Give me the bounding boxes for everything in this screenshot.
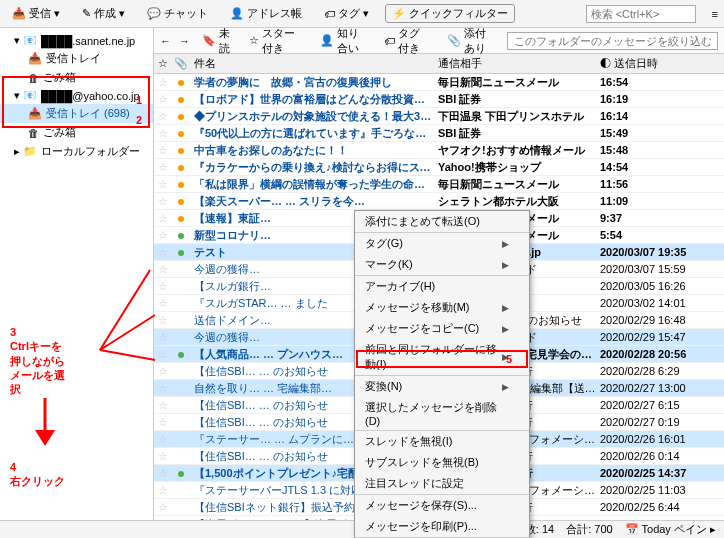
message-row[interactable]: ☆【ロボアド】世界の富裕層はどんな分散投資をしている？SBI 証券16:19 [154,91,724,108]
status-dot [172,161,190,173]
context-menu-item[interactable]: メッセージを印刷(P)... [355,516,529,537]
context-menu-item[interactable]: マーク(K)▶ [355,254,529,275]
star-icon[interactable]: ☆ [154,280,172,293]
context-menu-item[interactable]: アーカイブ(H) [355,275,529,297]
message-row[interactable]: ☆「私は限界」横綱の誤情報が奪った学生の命【3月9日昼】毎日新聞ニュースメール1… [154,176,724,193]
trash-2[interactable]: 🗑 ごみ箱 [0,123,153,142]
correspondent-cell: SBI 証券 [434,126,596,141]
star-icon[interactable]: ☆ [154,348,172,361]
star-icon[interactable]: ☆ [154,297,172,310]
subject-cell: ◆プリンスホテルの対象施設で使える！最大3,000円割引クー… [190,109,434,124]
date-cell: 2020/02/27 0:19 [596,416,724,428]
fwd-icon[interactable]: → [179,35,190,47]
correspondent-cell: 毎日新聞ニュースメール [434,75,596,90]
inbox-1[interactable]: 📥 受信トレイ [0,49,153,68]
create-button[interactable]: ✎ 作成 ▾ [76,4,131,23]
context-menu-item[interactable]: 選択したメッセージを削除(D) [355,397,529,430]
global-search-input[interactable] [586,5,696,23]
star-icon[interactable]: ☆ [154,331,172,344]
filter-contact[interactable]: 👤 知り合い [316,24,373,58]
correspondent-cell: 下田温泉 下田プリンスホテル [434,109,596,124]
address-button[interactable]: 👤 アドレス帳 [224,4,308,23]
star-icon[interactable]: ☆ [154,110,172,123]
context-menu-item[interactable]: メッセージを移動(M)▶ [355,297,529,318]
context-menu-item[interactable]: スレッドを無視(I) [355,430,529,452]
star-icon[interactable]: ☆ [154,365,172,378]
quickfilter-button[interactable]: ⚡ クイックフィルター [385,4,515,23]
back-icon[interactable]: ← [160,35,171,47]
context-menu-item[interactable]: 注目スレッドに設定 [355,473,529,494]
folder-tree: ▾ 📧 ████.sannet.ne.jp 📥 受信トレイ 🗑 ごみ箱 ▾ 📧 … [0,28,154,520]
date-cell: 15:48 [596,144,724,156]
star-icon[interactable]: ☆ [154,178,172,191]
context-menu-item[interactable]: メッセージを保存(S)... [355,494,529,516]
subject-cell: 【楽天スーパー… … スリラを今… [190,194,434,209]
menu-icon[interactable]: ≡ [712,8,718,20]
filter-unread[interactable]: 🔖 未読 [198,24,237,58]
date-cell: 15:49 [596,127,724,139]
star-icon[interactable]: ☆ [154,93,172,106]
chat-button[interactable]: 💬 チャット [141,4,214,23]
context-menu-item[interactable]: 変換(N)▶ [355,375,529,397]
star-icon[interactable]: ☆ [154,518,172,521]
context-menu-item[interactable]: タグ(G)▶ [355,232,529,254]
message-row[interactable]: ☆中古車をお探しのあなたに！！ヤフオク!おすすめ情報メール15:48 [154,142,724,159]
star-icon[interactable]: ☆ [154,399,172,412]
trash-1[interactable]: 🗑 ごみ箱 [0,68,153,87]
message-row[interactable]: ☆【楽天スーパー… … スリラを今…シェラトン都ホテル大阪11:09 [154,193,724,210]
star-icon[interactable]: ☆ [154,229,172,242]
star-icon[interactable]: ☆ [154,127,172,140]
correspondent-cell: Yahoo!携帯ショップ [434,160,596,175]
star-icon[interactable]: ☆ [154,314,172,327]
date-cell: 16:54 [596,76,724,88]
inbox-2[interactable]: 📥 受信トレイ (698) [0,104,153,123]
receive-button[interactable]: 📥 受信 ▾ [6,4,66,23]
date-cell: 2020/02/29 15:47 [596,331,724,343]
star-icon[interactable]: ☆ [154,450,172,463]
message-row[interactable]: ☆学者の夢胸に 故郷・宮古の復興後押し毎日新聞ニュースメール16:54 [154,74,724,91]
star-icon[interactable]: ☆ [154,382,172,395]
star-icon[interactable]: ☆ [154,144,172,157]
filter-attached[interactable]: 📎 添付あり [443,24,500,58]
date-cell: 2020/02/26 16:01 [596,433,724,445]
tag-button[interactable]: 🏷 タグ ▾ [318,4,375,23]
date-cell: 9:37 [596,212,724,224]
star-icon[interactable]: ☆ [154,76,172,89]
context-menu[interactable]: 添付にまとめて転送(O)タグ(G)▶マーク(K)▶アーカイブ(H)メッセージを移… [354,210,530,538]
column-headers: ☆ 📎 件名 通信相手 ◐ 送信日時 [154,54,724,74]
context-menu-item[interactable]: 添付にまとめて転送(O) [355,211,529,232]
star-icon[interactable]: ☆ [154,501,172,514]
filter-starred[interactable]: ☆ スター付き [245,24,307,58]
star-icon[interactable]: ☆ [154,433,172,446]
star-icon[interactable]: ☆ [154,416,172,429]
message-row[interactable]: ☆◆プリンスホテルの対象施設で使える！最大3,000円割引クー…下田温泉 下田プ… [154,108,724,125]
context-menu-item[interactable]: サブスレッドを無視(B) [355,452,529,473]
star-icon[interactable]: ☆ [154,467,172,480]
star-icon[interactable]: ☆ [154,263,172,276]
star-icon[interactable]: ☆ [154,246,172,259]
account-1[interactable]: ▾ 📧 ████.sannet.ne.jp [0,32,153,49]
date-cell: 2020/03/02 14:01 [596,297,724,309]
context-menu-item[interactable]: メッセージをコピー(C)▶ [355,318,529,339]
date-cell: 2020/02/25 11:03 [596,484,724,496]
subject-cell: 『カラケーからの乗り換え♪検討ならお得にスマホに乗り換え！… [190,160,434,175]
status-dot [172,229,190,241]
star-icon[interactable]: ☆ [154,212,172,225]
message-row[interactable]: ☆『カラケーからの乗り換え♪検討ならお得にスマホに乗り換え！…Yahoo!携帯シ… [154,159,724,176]
date-cell: 14:54 [596,161,724,173]
status-dot [172,178,190,190]
filter-tagged[interactable]: 🏷 タグ付き [380,24,434,58]
folder-search-input[interactable] [507,32,718,50]
star-icon[interactable]: ☆ [154,195,172,208]
message-row[interactable]: ☆『50代以上の方に選ばれています』手ごろな保険で、万が一に備…SBI 証券15… [154,125,724,142]
account-2[interactable]: ▾ 📧 ████@yahoo.co.jp [0,87,153,104]
star-icon[interactable]: ☆ [154,484,172,497]
date-cell: 2020/02/27 6:15 [596,399,724,411]
date-cell: 2020/03/05 16:26 [596,280,724,292]
date-cell: 16:14 [596,110,724,122]
star-icon[interactable]: ☆ [154,161,172,174]
date-cell: 2020/02/25 14:37 [596,467,724,479]
local-folders[interactable]: ▸ 📁 ローカルフォルダー [0,142,153,161]
context-menu-item[interactable]: 前回と同じフォルダーに移動(I)▶ [355,339,529,375]
correspondent-cell: ヤフオク!おすすめ情報メール [434,143,596,158]
